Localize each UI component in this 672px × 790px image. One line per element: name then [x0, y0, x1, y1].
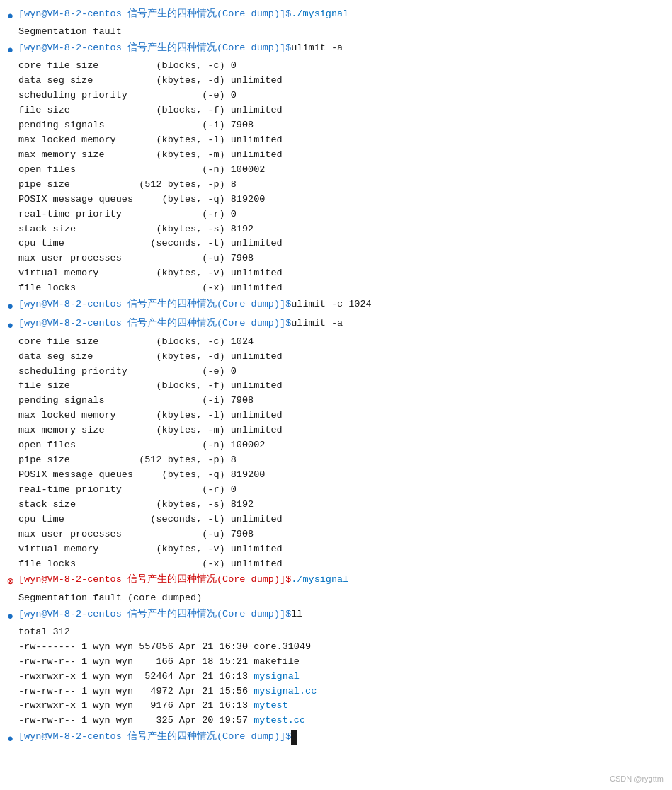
ol-5-14: virtual memory (kbytes, -v) unlimited [18, 542, 665, 557]
ol-5-11: stack size (kbytes, -s) 8192 [18, 498, 665, 513]
prompt-4: [wyn@VM-8-2-centos 信号产生的四种情况(Core dump)]… [18, 297, 291, 312]
cmd-0: ./mysignal [291, 7, 348, 22]
cmd-7: ./mysignal [291, 573, 348, 588]
ol-2-5: max locked memory (kbytes, -l) unlimited [18, 133, 665, 148]
bullet-9: ● [7, 609, 17, 625]
ol-2-3: file size (blocks, -f) unlimited [18, 103, 665, 118]
ol-5-7: open files (-n) 100002 [18, 438, 665, 453]
ol-5-5: max locked memory (kbytes, -l) unlimited [18, 408, 665, 423]
ol-9-0: total 312 [18, 625, 665, 640]
ol-5-3: file size (blocks, -f) unlimited [18, 379, 665, 394]
prompt-2: [wyn@VM-8-2-centos 信号产生的四种情况(Core dump)]… [18, 41, 291, 56]
bullet-11: ● [7, 731, 17, 748]
output-2: core file size (blocks, -c) 0 data seg s… [7, 59, 665, 296]
ol-2-13: max user processes (-u) 7908 [18, 251, 665, 266]
ol-2-7: open files (-n) 100002 [18, 163, 665, 178]
output-5: core file size (blocks, -c) 1024 data se… [7, 335, 665, 572]
cursor-block [291, 730, 297, 745]
watermark: CSDN @rygttm [610, 774, 664, 783]
ol-5-1: data seg size (kbytes, -d) unlimited [18, 350, 665, 365]
prompt-7: [wyn@VM-8-2-centos 信号产生的四种情况(Core dump)]… [18, 573, 291, 588]
cmd-line-5: ● [wyn@VM-8-2-centos 信号产生的四种情况(Core dump… [7, 316, 665, 334]
terminal: ● [wyn@VM-8-2-centos 信号产生的四种情况(Core dump… [7, 7, 665, 748]
bullet-5: ● [7, 318, 17, 334]
ol-9-1: -rw------- 1 wyn wyn 557056 Apr 21 16:30… [18, 640, 665, 655]
cmd-line-9: ● [wyn@VM-8-2-centos 信号产生的四种情况(Core dump… [7, 607, 665, 625]
output-7: Segmentation fault (core dumped) [7, 591, 665, 606]
bullet-2: ● [7, 42, 17, 59]
ol-2-6: max memory size (kbytes, -m) unlimited [18, 148, 665, 163]
ol-5-15: file locks (-x) unlimited [18, 557, 665, 572]
ol-2-9: POSIX message queues (bytes, -q) 819200 [18, 193, 665, 207]
output-0: Segmentation fault [7, 25, 665, 40]
cmd-line-0: ● [wyn@VM-8-2-centos 信号产生的四种情况(Core dump… [7, 7, 665, 25]
ol-2-15: file locks (-x) unlimited [18, 281, 665, 296]
ol-5-6: max memory size (kbytes, -m) unlimited [18, 423, 665, 438]
bullet-7: ⊗ [7, 574, 17, 590]
ol-2-14: virtual memory (kbytes, -v) unlimited [18, 266, 665, 281]
cmd-4: ulimit -c 1024 [291, 297, 371, 312]
ol-5-4: pending signals (-i) 7908 [18, 394, 665, 408]
output-9: total 312 -rw------- 1 wyn wyn 557056 Ap… [7, 625, 665, 728]
ol-5-0: core file size (blocks, -c) 1024 [18, 335, 665, 350]
ol-2-4: pending signals (-i) 7908 [18, 118, 665, 133]
prompt-9: [wyn@VM-8-2-centos 信号产生的四种情况(Core dump)]… [18, 607, 291, 622]
cmd-line-11: ● [wyn@VM-8-2-centos 信号产生的四种情况(Core dump… [7, 730, 665, 748]
ol-2-10: real-time priority (-r) 0 [18, 207, 665, 222]
cmd-2: ulimit -a [291, 41, 343, 56]
cmd-line-7: ⊗ [wyn@VM-8-2-centos 信号产生的四种情况(Core dump… [7, 573, 665, 590]
ol-5-8: pipe size (512 bytes, -p) 8 [18, 453, 665, 468]
ol-2-2: scheduling priority (-e) 0 [18, 88, 665, 103]
ol-2-0: core file size (blocks, -c) 0 [18, 59, 665, 74]
ol-9-2: -rw-rw-r-- 1 wyn wyn 166 Apr 18 15:21 ma… [18, 655, 665, 670]
ol-2-12: cpu time (seconds, -t) unlimited [18, 236, 665, 251]
ol-5-2: scheduling priority (-e) 0 [18, 365, 665, 379]
bullet-0: ● [7, 8, 17, 25]
prompt-0: [wyn@VM-8-2-centos 信号产生的四种情况(Core dump)]… [18, 7, 291, 22]
prompt-11: [wyn@VM-8-2-centos 信号产生的四种情况(Core dump)]… [18, 730, 291, 745]
cmd-9: ll [291, 607, 302, 622]
ol-7-0: Segmentation fault (core dumped) [18, 591, 665, 606]
prompt-5: [wyn@VM-8-2-centos 信号产生的四种情况(Core dump)]… [18, 316, 291, 331]
cmd-line-2: ● [wyn@VM-8-2-centos 信号产生的四种情况(Core dump… [7, 41, 665, 59]
ol-9-5: -rwxrwxr-x 1 wyn wyn 9176 Apr 21 16:13 m… [18, 699, 665, 714]
bullet-4: ● [7, 299, 17, 315]
cmd-line-4: ● [wyn@VM-8-2-centos 信号产生的四种情况(Core dump… [7, 297, 665, 315]
ol-5-10: real-time priority (-r) 0 [18, 483, 665, 498]
output-line-0-0: Segmentation fault [18, 25, 665, 40]
ol-2-1: data seg size (kbytes, -d) unlimited [18, 74, 665, 88]
ol-2-11: stack size (kbytes, -s) 8192 [18, 222, 665, 237]
cmd-5: ulimit -a [291, 316, 343, 331]
ol-9-6: -rw-rw-r-- 1 wyn wyn 325 Apr 20 19:57 my… [18, 714, 665, 728]
ol-5-12: cpu time (seconds, -t) unlimited [18, 513, 665, 527]
ol-2-8: pipe size (512 bytes, -p) 8 [18, 178, 665, 193]
ol-5-9: POSIX message queues (bytes, -q) 819200 [18, 468, 665, 483]
ol-5-13: max user processes (-u) 7908 [18, 527, 665, 542]
ol-9-4: -rw-rw-r-- 1 wyn wyn 4972 Apr 21 15:56 m… [18, 685, 665, 699]
ol-9-3: -rwxrwxr-x 1 wyn wyn 52464 Apr 21 16:13 … [18, 670, 665, 685]
